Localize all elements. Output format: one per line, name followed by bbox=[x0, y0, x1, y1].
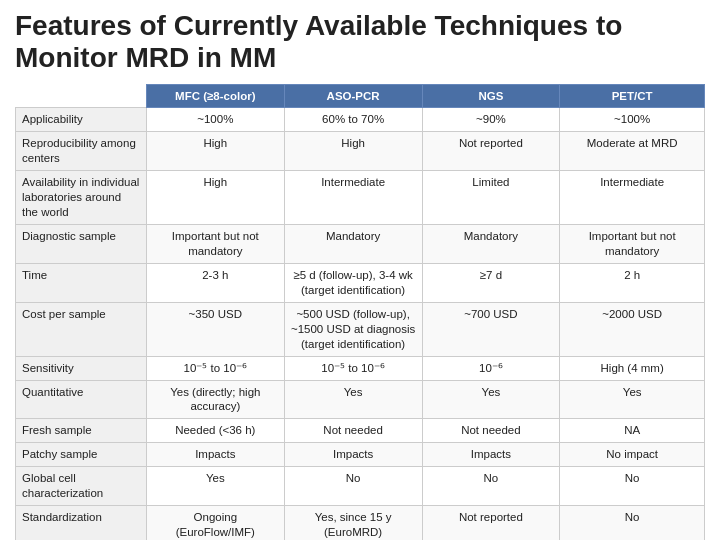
table-row: Global cell characterizationYesNoNoNo bbox=[16, 467, 705, 506]
cell-0-aso_pcr: 60% to 70% bbox=[284, 108, 422, 132]
cell-0-feature: Applicability bbox=[16, 108, 147, 132]
cell-1-pet_ct: Moderate at MRD bbox=[560, 132, 705, 171]
cell-7-aso_pcr: Yes bbox=[284, 380, 422, 419]
cell-10-ngs: No bbox=[422, 467, 560, 506]
table-row: StandardizationOngoing (EuroFlow/IMF)Yes… bbox=[16, 506, 705, 540]
col-header-ngs: NGS bbox=[422, 85, 560, 108]
table-row: Cost per sample~350 USD~500 USD (follow-… bbox=[16, 302, 705, 356]
cell-5-pet_ct: ~2000 USD bbox=[560, 302, 705, 356]
col-header-feature bbox=[16, 85, 147, 108]
cell-4-feature: Time bbox=[16, 263, 147, 302]
cell-5-feature: Cost per sample bbox=[16, 302, 147, 356]
cell-8-pet_ct: NA bbox=[560, 419, 705, 443]
cell-9-feature: Patchy sample bbox=[16, 443, 147, 467]
table-row: Reproducibility among centersHighHighNot… bbox=[16, 132, 705, 171]
cell-6-mfc: 10⁻⁵ to 10⁻⁶ bbox=[146, 356, 284, 380]
cell-3-mfc: Important but not mandatory bbox=[146, 225, 284, 264]
cell-2-ngs: Limited bbox=[422, 171, 560, 225]
col-header-pet-ct: PET/CT bbox=[560, 85, 705, 108]
cell-8-ngs: Not needed bbox=[422, 419, 560, 443]
cell-0-mfc: ~100% bbox=[146, 108, 284, 132]
cell-6-aso_pcr: 10⁻⁵ to 10⁻⁶ bbox=[284, 356, 422, 380]
cell-6-feature: Sensitivity bbox=[16, 356, 147, 380]
cell-9-aso_pcr: Impacts bbox=[284, 443, 422, 467]
cell-11-mfc: Ongoing (EuroFlow/IMF) bbox=[146, 506, 284, 540]
cell-3-aso_pcr: Mandatory bbox=[284, 225, 422, 264]
cell-4-ngs: ≥7 d bbox=[422, 263, 560, 302]
cell-8-aso_pcr: Not needed bbox=[284, 419, 422, 443]
cell-7-pet_ct: Yes bbox=[560, 380, 705, 419]
cell-10-pet_ct: No bbox=[560, 467, 705, 506]
cell-4-aso_pcr: ≥5 d (follow-up), 3-4 wk (target identif… bbox=[284, 263, 422, 302]
table-row: Fresh sampleNeeded (<36 h)Not neededNot … bbox=[16, 419, 705, 443]
features-table: MFC (≥8-color) ASO-PCR NGS PET/CT Applic… bbox=[15, 84, 705, 540]
cell-0-pet_ct: ~100% bbox=[560, 108, 705, 132]
cell-1-ngs: Not reported bbox=[422, 132, 560, 171]
cell-2-aso_pcr: Intermediate bbox=[284, 171, 422, 225]
table-row: Time2-3 h≥5 d (follow-up), 3-4 wk (targe… bbox=[16, 263, 705, 302]
cell-2-mfc: High bbox=[146, 171, 284, 225]
cell-9-ngs: Impacts bbox=[422, 443, 560, 467]
cell-11-aso_pcr: Yes, since 15 y (EuroMRD) bbox=[284, 506, 422, 540]
page-title: Features of Currently Available Techniqu… bbox=[15, 10, 705, 74]
cell-0-ngs: ~90% bbox=[422, 108, 560, 132]
cell-1-feature: Reproducibility among centers bbox=[16, 132, 147, 171]
cell-8-mfc: Needed (<36 h) bbox=[146, 419, 284, 443]
cell-7-feature: Quantitative bbox=[16, 380, 147, 419]
cell-8-feature: Fresh sample bbox=[16, 419, 147, 443]
cell-11-pet_ct: No bbox=[560, 506, 705, 540]
cell-4-pet_ct: 2 h bbox=[560, 263, 705, 302]
cell-11-feature: Standardization bbox=[16, 506, 147, 540]
cell-6-pet_ct: High (4 mm) bbox=[560, 356, 705, 380]
table-row: QuantitativeYes (directly; high accuracy… bbox=[16, 380, 705, 419]
table-row: Diagnostic sampleImportant but not manda… bbox=[16, 225, 705, 264]
cell-3-pet_ct: Important but not mandatory bbox=[560, 225, 705, 264]
table-row: Availability in individual laboratories … bbox=[16, 171, 705, 225]
table-row: Patchy sampleImpactsImpactsImpactsNo imp… bbox=[16, 443, 705, 467]
cell-10-feature: Global cell characterization bbox=[16, 467, 147, 506]
cell-9-pet_ct: No impact bbox=[560, 443, 705, 467]
cell-2-pet_ct: Intermediate bbox=[560, 171, 705, 225]
col-header-aso-pcr: ASO-PCR bbox=[284, 85, 422, 108]
cell-7-ngs: Yes bbox=[422, 380, 560, 419]
cell-1-aso_pcr: High bbox=[284, 132, 422, 171]
cell-5-aso_pcr: ~500 USD (follow-up), ~1500 USD at diagn… bbox=[284, 302, 422, 356]
cell-6-ngs: 10⁻⁶ bbox=[422, 356, 560, 380]
cell-3-feature: Diagnostic sample bbox=[16, 225, 147, 264]
cell-5-mfc: ~350 USD bbox=[146, 302, 284, 356]
cell-4-mfc: 2-3 h bbox=[146, 263, 284, 302]
col-header-mfc: MFC (≥8-color) bbox=[146, 85, 284, 108]
cell-9-mfc: Impacts bbox=[146, 443, 284, 467]
cell-5-ngs: ~700 USD bbox=[422, 302, 560, 356]
cell-10-mfc: Yes bbox=[146, 467, 284, 506]
cell-10-aso_pcr: No bbox=[284, 467, 422, 506]
cell-3-ngs: Mandatory bbox=[422, 225, 560, 264]
table-row: Applicability~100%60% to 70%~90%~100% bbox=[16, 108, 705, 132]
cell-7-mfc: Yes (directly; high accuracy) bbox=[146, 380, 284, 419]
cell-2-feature: Availability in individual laboratories … bbox=[16, 171, 147, 225]
table-row: Sensitivity10⁻⁵ to 10⁻⁶10⁻⁵ to 10⁻⁶10⁻⁶H… bbox=[16, 356, 705, 380]
cell-1-mfc: High bbox=[146, 132, 284, 171]
cell-11-ngs: Not reported bbox=[422, 506, 560, 540]
